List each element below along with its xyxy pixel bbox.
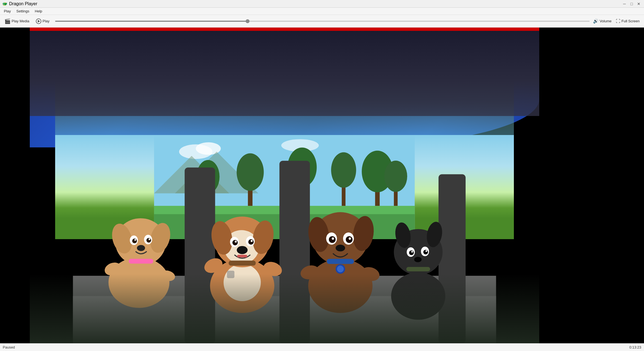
black-bar-right — [539, 28, 644, 343]
svg-point-48 — [248, 239, 254, 245]
svg-point-79 — [409, 250, 414, 255]
volume-area: 🔊 Volume — [593, 18, 611, 24]
seekbar-thumb[interactable] — [246, 19, 249, 23]
svg-point-50 — [251, 240, 253, 242]
toolbar: 🎬 Play Media Play 🔊 Volume ⛶ Full Screen — [0, 15, 644, 28]
minimize-button[interactable]: ─ — [621, 1, 627, 7]
svg-point-83 — [414, 257, 422, 262]
svg-point-81 — [411, 251, 413, 252]
seekbar-container[interactable] — [54, 15, 591, 27]
play-button[interactable]: Play — [34, 17, 52, 25]
svg-point-35 — [137, 245, 145, 251]
menu-settings[interactable]: Settings — [14, 8, 32, 15]
svg-point-65 — [332, 237, 334, 240]
svg-point-67 — [336, 244, 345, 251]
svg-point-33 — [134, 239, 136, 241]
maximize-button[interactable]: □ — [629, 1, 635, 7]
svg-point-49 — [235, 241, 237, 242]
menu-play[interactable]: Play — [1, 8, 14, 15]
svg-point-63 — [329, 236, 336, 243]
svg-rect-52 — [237, 255, 247, 257]
svg-rect-68 — [327, 259, 354, 264]
close-button[interactable]: ✕ — [636, 1, 642, 7]
svg-point-80 — [423, 250, 428, 254]
svg-rect-53 — [229, 260, 256, 265]
fullscreen-icon: ⛶ — [616, 19, 620, 24]
svg-rect-36 — [129, 259, 153, 263]
play-circle-icon — [36, 18, 41, 24]
svg-point-70 — [337, 266, 344, 272]
play-triangle-icon — [38, 20, 40, 23]
menubar: Play Settings Help — [0, 8, 644, 15]
seekbar-fill — [55, 21, 248, 22]
top-red-strip — [30, 28, 539, 31]
roof-overhang — [30, 28, 539, 116]
fullscreen-label: Full Screen — [621, 19, 640, 23]
statusbar: Paused 0:13:23 — [0, 343, 644, 351]
titlebar-left: 🐲 Dragon Player — [2, 1, 37, 6]
bottom-gradient — [30, 274, 539, 343]
timestamp: 0:13:23 — [629, 345, 641, 349]
svg-point-64 — [346, 236, 353, 243]
video-area: nickelodeon HD — [0, 28, 644, 343]
app-icon: 🐲 — [2, 1, 7, 6]
app-title: Dragon Player — [9, 1, 37, 6]
svg-rect-84 — [406, 267, 430, 271]
svg-point-66 — [349, 237, 351, 240]
status-text: Paused — [3, 345, 15, 349]
seekbar-track[interactable] — [55, 21, 590, 22]
svg-point-51 — [237, 246, 248, 254]
svg-point-47 — [232, 240, 238, 245]
menu-help[interactable]: Help — [32, 8, 45, 15]
play-label: Play — [42, 19, 49, 23]
svg-point-31 — [132, 238, 137, 243]
play-media-button[interactable]: 🎬 Play Media — [2, 17, 31, 25]
svg-point-34 — [149, 238, 150, 240]
play-media-label: Play Media — [12, 19, 29, 23]
scene-container: nickelodeon HD — [30, 28, 539, 343]
svg-point-82 — [425, 250, 427, 252]
black-bar-left — [0, 28, 30, 343]
volume-label: Volume — [600, 19, 611, 23]
film-icon: 🎬 — [4, 18, 10, 24]
svg-point-32 — [146, 238, 151, 242]
volume-icon: 🔊 — [593, 18, 599, 24]
titlebar: 🐲 Dragon Player ─ □ ✕ — [0, 0, 644, 8]
titlebar-controls: ─ □ ✕ — [621, 1, 642, 7]
fullscreen-button[interactable]: ⛶ Full Screen — [614, 18, 642, 25]
